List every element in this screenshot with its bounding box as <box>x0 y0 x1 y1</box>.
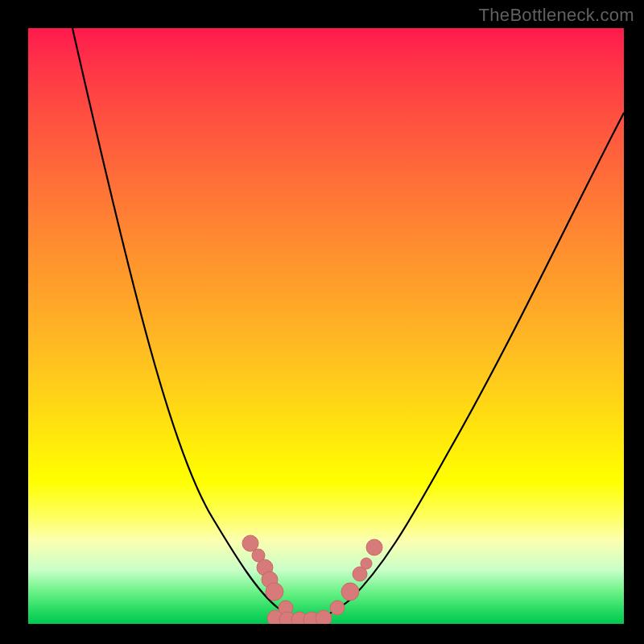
chart-frame: TheBottleneck.com <box>0 0 644 644</box>
marker-point <box>266 583 283 601</box>
marker-point <box>330 601 345 615</box>
marker-point <box>316 610 332 624</box>
marker-point <box>341 583 359 601</box>
watermark-text: TheBottleneck.com <box>479 5 634 26</box>
curve-right-branch <box>302 113 624 620</box>
marker-point <box>242 535 258 551</box>
marker-point <box>361 558 372 569</box>
curve-left-branch <box>72 28 302 620</box>
plot-area <box>28 28 624 624</box>
curve-layer <box>28 28 624 624</box>
marker-group <box>242 535 382 624</box>
marker-point <box>366 539 382 555</box>
